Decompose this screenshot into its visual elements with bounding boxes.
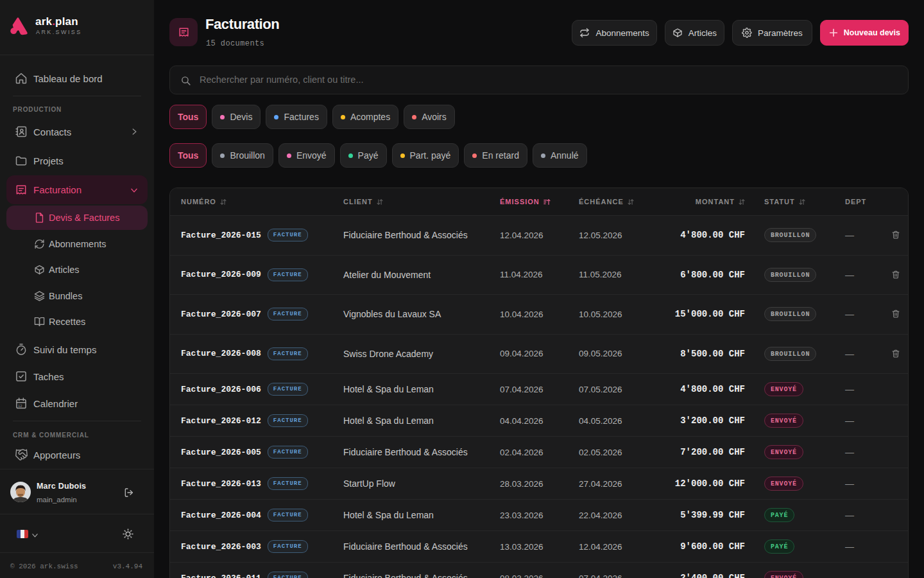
svg-text:12: 12 — [18, 404, 22, 408]
